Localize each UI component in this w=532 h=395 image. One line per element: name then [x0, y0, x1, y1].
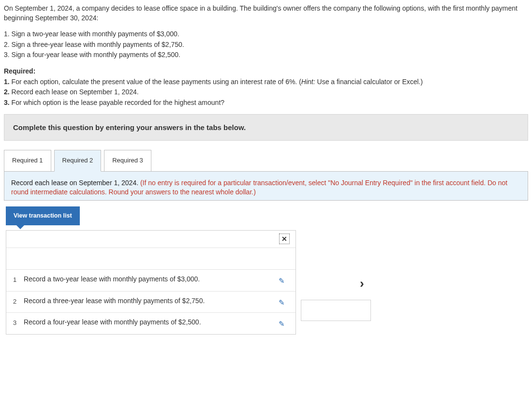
- tab-required-1[interactable]: Required 1: [4, 150, 51, 171]
- tab-required-3[interactable]: Required 3: [104, 150, 151, 171]
- requirement-1: 1. For each option, calculate the presen…: [4, 77, 528, 87]
- req1-num: 1.: [4, 78, 10, 86]
- problem-statement: On September 1, 2024, a company decides …: [4, 4, 528, 107]
- transaction-number: 1: [13, 275, 24, 284]
- answer-input-box[interactable]: [301, 300, 371, 321]
- pencil-icon[interactable]: ✎: [279, 276, 285, 286]
- transaction-number: 2: [13, 296, 24, 306]
- pencil-icon[interactable]: ✎: [279, 297, 285, 307]
- transaction-text: Record a two-year lease with monthly pay…: [24, 275, 274, 284]
- req3-num: 3.: [4, 99, 10, 106]
- tab-panel: Record each lease on September 1, 2024. …: [4, 171, 528, 201]
- pencil-icon[interactable]: ✎: [279, 319, 285, 329]
- transaction-list-header: ✕: [6, 231, 296, 248]
- transaction-number: 3: [13, 318, 24, 327]
- tab-required-2[interactable]: Required 2: [54, 150, 102, 171]
- transaction-list: ✕ 1 Record a two-year lease with monthly…: [6, 230, 296, 335]
- chevron-right-icon[interactable]: ›: [360, 275, 364, 292]
- option-2: 2. Sign a three-year lease with monthly …: [4, 40, 528, 50]
- req2-num: 2.: [4, 88, 10, 96]
- option-1: 1. Sign a two-year lease with monthly pa…: [4, 29, 528, 39]
- requirement-2: 2. Record each lease on September 1, 202…: [4, 88, 528, 97]
- transaction-text: Record a three-year lease with monthly p…: [24, 296, 274, 306]
- required-label: Required:: [4, 67, 528, 76]
- option-3: 3. Sign a four-year lease with monthly p…: [4, 50, 528, 60]
- hint-label: Hint:: [301, 78, 315, 86]
- transaction-row: 3 Record a four-year lease with monthly …: [6, 312, 296, 334]
- requirement-3: 3. For which option is the lease payable…: [4, 98, 528, 108]
- transaction-text: Record a four-year lease with monthly pa…: [24, 318, 274, 327]
- panel-instruction-main: Record each lease on September 1, 2024.: [11, 179, 140, 187]
- view-transaction-list-button[interactable]: View transaction list: [6, 206, 80, 226]
- worksheet: ✕ 1 Record a two-year lease with monthly…: [6, 230, 528, 335]
- right-pane: ›: [301, 230, 398, 335]
- tabs-row: Required 1 Required 2 Required 3: [4, 149, 528, 171]
- instruction-bar: Complete this question by entering your …: [4, 114, 528, 141]
- transaction-row: 1 Record a two-year lease with monthly p…: [6, 269, 296, 291]
- close-icon[interactable]: ✕: [279, 234, 290, 244]
- transaction-row: 2 Record a three-year lease with monthly…: [6, 291, 296, 313]
- intro-paragraph: On September 1, 2024, a company decides …: [4, 4, 528, 23]
